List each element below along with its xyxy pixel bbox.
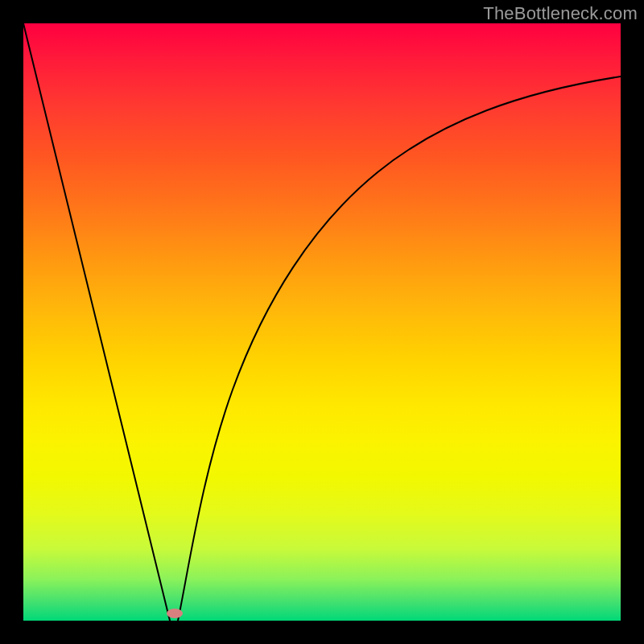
bottleneck-curve: [23, 23, 621, 621]
watermark-text: TheBottleneck.com: [483, 3, 638, 24]
plot-area: [23, 23, 621, 621]
curve-left-line: [23, 23, 170, 621]
marker-dot: [167, 609, 183, 618]
chart-frame: TheBottleneck.com: [0, 0, 644, 644]
curve-right-arc: [178, 76, 621, 621]
